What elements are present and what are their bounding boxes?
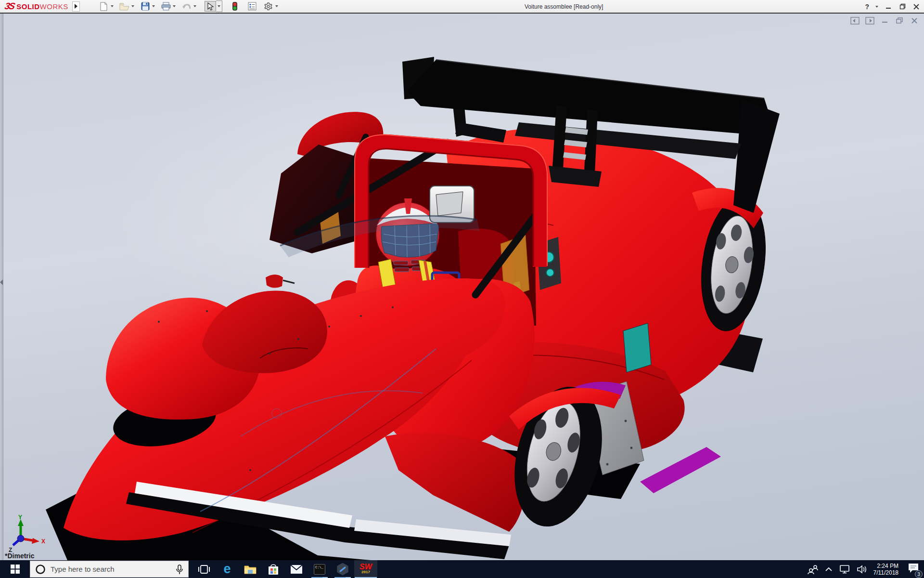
- system-tray: 2:24 PM 7/11/2018 3: [807, 560, 924, 578]
- side-mirror: [266, 275, 295, 288]
- solidworks-window: 3S SOLID WORKS: [0, 0, 924, 578]
- windows-taskbar: Type here to search e C:\_: [0, 560, 924, 578]
- taskbar-empty-space: [377, 560, 807, 578]
- solidworks-taskbar-button[interactable]: SW 2017: [354, 560, 377, 578]
- taskbar-apps: e C:\_ SW 2017: [192, 560, 377, 578]
- new-document-icon: [98, 1, 110, 12]
- cortana-icon: [35, 564, 46, 575]
- rebuild-stoplight-icon: [229, 1, 241, 12]
- dropdown-caret-icon[interactable]: [193, 5, 196, 7]
- restore-button[interactable]: [898, 3, 906, 11]
- options-button[interactable]: [263, 1, 282, 12]
- clock-time: 2:24 PM: [873, 563, 899, 569]
- command-prompt-button[interactable]: C:\_: [308, 560, 331, 578]
- new-document-button[interactable]: [98, 1, 117, 12]
- rebuild-button[interactable]: [229, 1, 241, 12]
- file-properties-button[interactable]: [246, 1, 258, 12]
- left-fender-rear: [202, 291, 327, 373]
- race-car-model[interactable]: [0, 13, 924, 560]
- document-title: Voiture assomblee [Read-only]: [525, 3, 603, 10]
- flyout-arrow-icon: [75, 4, 77, 9]
- microsoft-store-icon: [268, 564, 279, 575]
- brand-solid: SOLID: [16, 2, 39, 11]
- triad-x-label: X: [41, 538, 45, 545]
- dropdown-caret-icon[interactable]: [131, 5, 134, 7]
- undo-button[interactable]: [181, 1, 200, 12]
- solidworks-logo: 3S SOLID WORKS: [5, 1, 68, 12]
- hexagon-app-button[interactable]: [331, 560, 354, 578]
- action-center-button[interactable]: 3: [908, 563, 919, 576]
- file-explorer-button[interactable]: [239, 560, 262, 578]
- taskbar-clock[interactable]: 2:24 PM 7/11/2018: [873, 563, 899, 576]
- search-placeholder: Type here to search: [51, 565, 171, 573]
- select-tool-dropdown[interactable]: [216, 0, 222, 12]
- network-icon[interactable]: [839, 565, 850, 574]
- people-icon[interactable]: [807, 565, 819, 574]
- dassault-3s-logo-icon: 3S: [4, 1, 15, 12]
- help-button[interactable]: ?: [865, 3, 869, 11]
- open-folder-icon: [119, 1, 130, 12]
- mail-icon: [290, 565, 303, 574]
- dropdown-caret-icon[interactable]: [173, 5, 176, 7]
- start-button[interactable]: [0, 560, 30, 578]
- dropdown-caret-icon[interactable]: [111, 5, 114, 7]
- clock-date: 7/11/2018: [873, 569, 899, 576]
- print-button[interactable]: [160, 1, 179, 12]
- save-floppy-icon: [140, 1, 151, 12]
- microsoft-store-button[interactable]: [262, 560, 285, 578]
- hexagon-app-icon: [336, 563, 349, 576]
- hidden-icons-chevron-icon[interactable]: [825, 567, 833, 572]
- minimize-button[interactable]: [885, 3, 892, 11]
- undo-arrow-icon: [181, 1, 192, 12]
- dropdown-caret-icon: [218, 5, 220, 7]
- file-properties-icon: [246, 1, 258, 12]
- mail-button[interactable]: [285, 560, 308, 578]
- brand-works: WORKS: [40, 2, 68, 11]
- menu-flyout-button[interactable]: [72, 1, 80, 12]
- quick-access-toolbar: [98, 0, 283, 12]
- notification-badge: 3: [915, 570, 923, 578]
- edge-button[interactable]: e: [216, 560, 239, 578]
- microphone-icon[interactable]: [176, 564, 183, 575]
- gear-icon: [263, 1, 274, 12]
- dropdown-caret-icon[interactable]: [152, 5, 155, 7]
- cursor-arrow-icon: [207, 2, 214, 11]
- windows-logo-icon: [11, 565, 20, 574]
- close-button[interactable]: [912, 3, 920, 11]
- titlebar: 3S SOLID WORKS: [0, 0, 924, 13]
- view-orientation-label: *Dimetric: [5, 552, 34, 560]
- open-button[interactable]: [119, 1, 138, 12]
- edge-icon: e: [223, 563, 231, 576]
- solidworks-icon: SW 2017: [359, 564, 372, 575]
- dropdown-caret-icon[interactable]: [275, 5, 278, 7]
- task-view-button[interactable]: [192, 560, 216, 578]
- triad-y-label: Y: [18, 514, 22, 521]
- speaker-icon[interactable]: [857, 565, 867, 574]
- help-dropdown-caret-icon[interactable]: [875, 6, 878, 8]
- printer-icon: [160, 1, 172, 12]
- graphics-area[interactable]: Y X Z *Dimetric: [0, 13, 924, 560]
- orientation-triad: Y X Z: [7, 513, 50, 554]
- command-prompt-icon: C:\_: [314, 564, 325, 575]
- select-tool-button[interactable]: [205, 1, 216, 12]
- window-controls: ?: [865, 0, 920, 13]
- file-explorer-icon: [244, 564, 257, 574]
- taskbar-search-input[interactable]: Type here to search: [30, 561, 189, 578]
- save-button[interactable]: [140, 1, 158, 12]
- task-view-icon: [198, 564, 210, 575]
